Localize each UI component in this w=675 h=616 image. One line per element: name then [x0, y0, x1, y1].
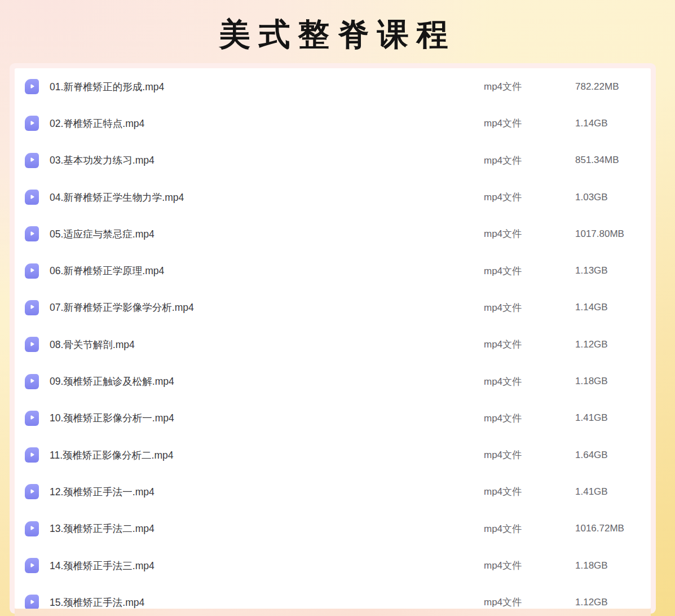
- video-play-file-icon: [25, 521, 39, 536]
- file-type: mp4文件: [484, 596, 575, 609]
- file-type: mp4文件: [484, 80, 575, 93]
- file-name: 09.颈椎矫正触诊及松解.mp4: [50, 375, 484, 388]
- file-type: mp4文件: [484, 338, 575, 351]
- file-size: 851.34MB: [575, 155, 651, 166]
- file-row[interactable]: 11.颈椎矫正影像分析二.mp4 mp4文件 1.64GB: [15, 437, 651, 473]
- video-play-file-icon: [25, 116, 39, 131]
- file-name: 14.颈椎矫正手法三.mp4: [50, 559, 484, 573]
- file-row[interactable]: 01.新脊椎矫正的形成.mp4 mp4文件 782.22MB: [15, 68, 651, 105]
- file-row[interactable]: 02.脊椎矫正特点.mp4 mp4文件 1.14GB: [15, 105, 651, 142]
- file-type: mp4文件: [484, 522, 575, 535]
- file-size: 1.18GB: [575, 376, 651, 387]
- file-type: mp4文件: [484, 375, 575, 388]
- file-type: mp4文件: [484, 301, 575, 314]
- file-type: mp4文件: [484, 412, 575, 425]
- file-row[interactable]: 15.颈椎矫正手法.mp4 mp4文件 1.12GB: [15, 584, 651, 609]
- file-type: mp4文件: [484, 448, 575, 461]
- file-list: 01.新脊椎矫正的形成.mp4 mp4文件 782.22MB 02.脊椎矫正特点…: [15, 68, 651, 609]
- file-type: mp4文件: [484, 559, 575, 572]
- file-name: 01.新脊椎矫正的形成.mp4: [50, 80, 484, 94]
- video-play-file-icon: [25, 226, 39, 241]
- video-play-file-icon: [25, 374, 39, 389]
- page-title: 美式整脊课程: [0, 14, 675, 56]
- file-row[interactable]: 13.颈椎矫正手法二.mp4 mp4文件 1016.72MB: [15, 511, 651, 547]
- video-play-file-icon: [25, 153, 39, 168]
- file-size: 1.03GB: [575, 192, 651, 203]
- file-name: 10.颈椎矫正影像分析一.mp4: [50, 411, 484, 425]
- file-row[interactable]: 09.颈椎矫正触诊及松解.mp4 mp4文件 1.18GB: [15, 363, 651, 399]
- file-size: 1.41GB: [575, 486, 651, 498]
- file-name: 02.脊椎矫正特点.mp4: [50, 117, 484, 130]
- file-size: 1.14GB: [575, 118, 651, 129]
- video-play-file-icon: [25, 558, 39, 573]
- file-row[interactable]: 07.新脊椎矫正学影像学分析.mp4 mp4文件 1.14GB: [15, 289, 651, 326]
- file-name: 07.新脊椎矫正学影像学分析.mp4: [50, 301, 484, 314]
- file-name: 05.适应症与禁忌症.mp4: [50, 227, 484, 241]
- file-name: 13.颈椎矫正手法二.mp4: [50, 522, 484, 535]
- video-play-file-icon: [25, 595, 39, 609]
- video-play-file-icon: [25, 190, 39, 205]
- file-type: mp4文件: [484, 485, 575, 498]
- file-size: 1.18GB: [575, 560, 651, 571]
- file-row[interactable]: 06.新脊椎矫正学原理.mp4 mp4文件 1.13GB: [15, 252, 651, 289]
- file-name: 03.基本功发力练习.mp4: [50, 153, 484, 167]
- file-size: 1.41GB: [575, 412, 651, 424]
- video-play-file-icon: [25, 263, 39, 279]
- file-type: mp4文件: [484, 227, 575, 240]
- file-size: 1.13GB: [575, 265, 651, 276]
- file-size: 1.12GB: [575, 339, 651, 350]
- video-play-file-icon: [25, 79, 39, 94]
- file-type: mp4文件: [484, 191, 575, 204]
- file-row[interactable]: 04.新脊椎矫正学生物力学.mp4 mp4文件 1.03GB: [15, 179, 651, 215]
- file-size: 1.12GB: [575, 597, 651, 608]
- file-type: mp4文件: [484, 117, 575, 130]
- file-name: 06.新脊椎矫正学原理.mp4: [50, 264, 484, 278]
- file-size: 782.22MB: [575, 81, 651, 93]
- file-size: 1016.72MB: [575, 523, 651, 534]
- file-name: 04.新脊椎矫正学生物力学.mp4: [50, 191, 484, 204]
- file-name: 15.颈椎矫正手法.mp4: [50, 596, 484, 609]
- file-name: 12.颈椎矫正手法一.mp4: [50, 485, 484, 499]
- file-row[interactable]: 03.基本功发力练习.mp4 mp4文件 851.34MB: [15, 142, 651, 179]
- file-name: 08.骨关节解剖.mp4: [50, 338, 484, 351]
- file-size: 1.64GB: [575, 450, 651, 461]
- video-play-file-icon: [25, 484, 39, 499]
- video-play-file-icon: [25, 337, 39, 352]
- video-play-file-icon: [25, 447, 39, 463]
- file-row[interactable]: 05.适应症与禁忌症.mp4 mp4文件 1017.80MB: [15, 215, 651, 252]
- file-type: mp4文件: [484, 154, 575, 167]
- page-background: { "page": { "title": "美式整脊课程" }, "card":…: [0, 0, 675, 616]
- file-row[interactable]: 12.颈椎矫正手法一.mp4 mp4文件 1.41GB: [15, 473, 651, 510]
- video-play-file-icon: [25, 300, 39, 315]
- video-play-file-icon: [25, 411, 39, 426]
- footer-strip: [15, 609, 651, 616]
- file-type: mp4文件: [484, 265, 575, 278]
- file-name: 11.颈椎矫正影像分析二.mp4: [50, 448, 484, 462]
- file-size: 1.14GB: [575, 302, 651, 313]
- file-list-card: 01.新脊椎矫正的形成.mp4 mp4文件 782.22MB 02.脊椎矫正特点…: [15, 68, 651, 609]
- file-size: 1017.80MB: [575, 228, 651, 240]
- file-row[interactable]: 10.颈椎矫正影像分析一.mp4 mp4文件 1.41GB: [15, 400, 651, 437]
- file-row[interactable]: 08.骨关节解剖.mp4 mp4文件 1.12GB: [15, 326, 651, 363]
- file-row[interactable]: 14.颈椎矫正手法三.mp4 mp4文件 1.18GB: [15, 547, 651, 584]
